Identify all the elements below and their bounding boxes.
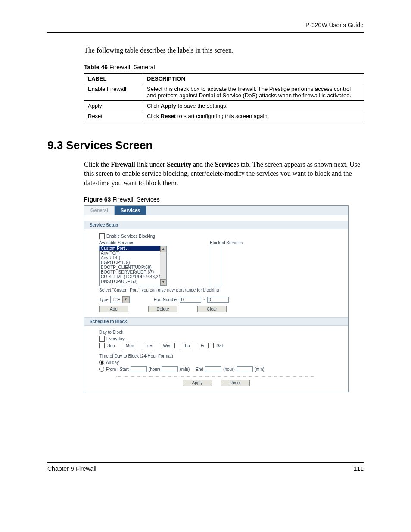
blocked-services-list[interactable] <box>210 246 221 286</box>
running-header: P-320W User's Guide <box>47 22 364 33</box>
all-day-radio[interactable] <box>99 360 104 365</box>
footer-chapter: Chapter 9 Firewall <box>47 465 97 472</box>
sat-checkbox[interactable] <box>208 343 214 348</box>
table-row: Enable Firewall Select this check box to… <box>84 84 364 100</box>
end-hour-input[interactable] <box>205 366 221 372</box>
cell-desc: Select this check box to activate the fi… <box>143 84 364 100</box>
service-setup-head: Service Setup <box>84 221 348 229</box>
list-item[interactable]: Any(UDP) <box>100 255 166 260</box>
footer-page-number: 111 <box>354 465 364 472</box>
list-item[interactable]: CU-SEEME(TCP/UDP:7648,24032) <box>100 274 166 279</box>
min-label: (min) <box>180 367 190 372</box>
text-bold: Security <box>167 161 191 168</box>
section-paragraph: Click the Firewall link under Security a… <box>84 160 364 188</box>
mon-label: Mon <box>126 343 134 348</box>
table-caption: Table 46 Firewall: General <box>84 64 364 71</box>
sun-label: Sun <box>107 343 115 348</box>
figure-caption-number: Figure 63 <box>84 196 111 203</box>
tue-label: Tue <box>145 343 152 348</box>
sun-checkbox[interactable] <box>99 343 105 348</box>
table-caption-number: Table 46 <box>84 64 108 71</box>
firewall-services-screenshot: General Services Service Setup Enable Se… <box>84 205 349 392</box>
hour-label-2: (hour) <box>223 367 235 372</box>
hour-label: (hour) <box>149 367 160 372</box>
available-services-label: Available Services <box>99 240 167 245</box>
thu-label: Thu <box>183 343 190 348</box>
text: to start configuring this screen again. <box>176 113 269 119</box>
all-day-label: All day <box>106 360 119 365</box>
fri-label: Fri <box>201 343 206 348</box>
scroll-down-icon[interactable]: ▼ <box>160 279 166 286</box>
delete-button[interactable]: Delete <box>148 306 177 312</box>
day-to-block-label: Day to Block <box>99 330 342 335</box>
divider <box>116 376 316 377</box>
sat-label: Sat <box>216 343 223 348</box>
type-label: Type <box>99 297 109 302</box>
list-item[interactable]: Custom Port ... <box>100 246 166 251</box>
custom-port-note: Select "Custom Port", you can give new p… <box>99 288 342 292</box>
text: link under <box>135 161 167 168</box>
available-services-list[interactable]: Custom Port ... Any(TCP) Any(UDP) BGP(TC… <box>99 246 167 286</box>
mon-checkbox[interactable] <box>118 343 123 348</box>
section-heading: 9.3 Services Screen <box>47 139 364 152</box>
firewall-general-table: LABEL DESCRIPTION Enable Firewall Select… <box>84 73 364 121</box>
table-row: Reset Click Reset to start configuring t… <box>84 111 364 121</box>
reset-button[interactable]: Reset <box>221 380 250 386</box>
tab-general[interactable]: General <box>84 206 115 215</box>
text: and the <box>191 161 215 168</box>
thu-checkbox[interactable] <box>174 343 180 348</box>
scroll-up-icon[interactable]: ▲ <box>160 246 166 252</box>
enable-blocking-checkbox[interactable] <box>99 233 105 239</box>
figure-caption: Figure 63 Firewall: Services <box>84 196 364 203</box>
tab-bar: General Services <box>84 206 348 215</box>
col-description: DESCRIPTION <box>143 73 364 84</box>
start-min-input[interactable] <box>162 366 178 372</box>
chevron-down-icon[interactable]: ▼ <box>122 296 129 303</box>
cell-desc: Click Reset to start configuring this sc… <box>143 111 364 121</box>
text: Click <box>147 103 161 109</box>
type-value: TCP <box>112 297 121 302</box>
time-of-day-label: Time of Day to Block (24-Hour Format) <box>99 354 342 358</box>
everyday-label: Everyday <box>106 336 125 341</box>
wed-checkbox[interactable] <box>155 343 160 348</box>
text: Click the <box>84 161 111 168</box>
cell-label: Reset <box>84 111 143 121</box>
start-hour-input[interactable] <box>131 366 147 372</box>
apply-button[interactable]: Apply <box>183 380 212 386</box>
tue-checkbox[interactable] <box>137 343 142 348</box>
everyday-checkbox[interactable] <box>99 336 105 342</box>
text: to save the settings. <box>176 103 227 109</box>
text: Click <box>147 113 161 119</box>
from-label: From : Start <box>106 367 129 372</box>
page-footer: Chapter 9 Firewall 111 <box>47 462 364 472</box>
type-select[interactable]: TCP ▼ <box>110 296 130 303</box>
col-label: LABEL <box>84 73 143 84</box>
tab-services[interactable]: Services <box>115 206 146 215</box>
list-item[interactable]: BOOTP_CLIENT(UDP:68) <box>100 265 166 270</box>
end-label: End <box>196 367 203 372</box>
from-radio[interactable] <box>99 367 104 372</box>
scrollbar[interactable]: ▲ ▼ <box>160 246 166 286</box>
fri-checkbox[interactable] <box>193 343 198 348</box>
text-bold: Apply <box>161 103 176 109</box>
port-from-input[interactable]: 0 <box>180 297 201 303</box>
port-to-input[interactable]: 0 <box>207 297 229 303</box>
wed-label: Wed <box>163 343 171 348</box>
list-item[interactable]: DNS(TCP/UDP:53) <box>100 279 166 284</box>
list-item[interactable]: BOOTP_SERVER(UDP:67) <box>100 270 166 274</box>
cell-desc: Click Apply to save the settings. <box>143 100 364 111</box>
schedule-head: Schedule to Block <box>84 317 348 326</box>
clear-button[interactable]: Clear <box>197 306 227 312</box>
blocked-services-label: Blocked Services <box>210 240 243 245</box>
list-item[interactable]: Any(TCP) <box>100 251 166 255</box>
add-button[interactable]: Add <box>99 306 128 312</box>
table-caption-title: Firewall: General <box>108 64 155 71</box>
text-bold: Firewall <box>111 161 135 168</box>
list-item[interactable]: BGP(TCP:179) <box>100 260 166 265</box>
end-min-input[interactable] <box>237 366 253 372</box>
port-sep: ~ <box>203 297 206 302</box>
text-bold: Services <box>215 161 239 168</box>
intro-paragraph: The following table describes the labels… <box>84 46 364 55</box>
cell-label: Enable Firewall <box>84 84 143 100</box>
text-bold: Reset <box>161 113 176 119</box>
